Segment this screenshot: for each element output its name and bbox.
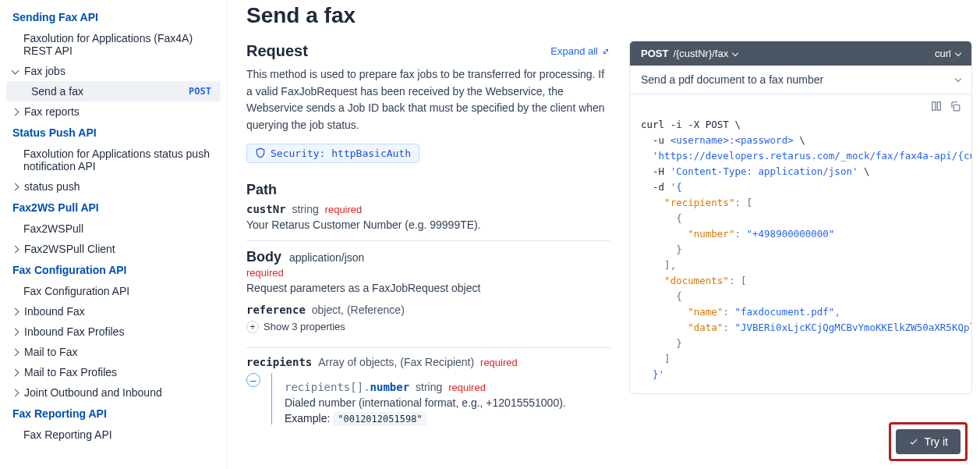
chevron-down-icon (955, 49, 961, 55)
param-name: reference (246, 304, 306, 316)
try-it-highlight: Try it (889, 422, 968, 461)
divider (246, 240, 610, 241)
param-required: required (480, 357, 518, 368)
expand-all-button[interactable]: Expand all (550, 45, 610, 57)
main-content: Send a fax Request Expand all This metho… (228, 0, 629, 469)
code-panel-header: POST /{custNr}/fax curl (630, 41, 971, 66)
body-heading-row: Body application/json (246, 249, 610, 265)
nav-subitem[interactable]: Send a faxPOST (6, 81, 221, 101)
lang-label: curl (935, 48, 951, 59)
nav-item[interactable]: Fax2WSPull Client (3, 239, 224, 259)
plus-icon: + (246, 321, 259, 333)
show-properties-button[interactable]: + Show 3 properties (246, 321, 345, 333)
nested-params: recipients[].number string required Dial… (271, 373, 610, 425)
expand-icon (601, 47, 610, 56)
example-label: Send a pdf document to a fax number (641, 73, 823, 86)
method-badge: POST (189, 86, 211, 97)
nav-item[interactable]: Fax Configuration API (3, 281, 224, 301)
nav-item[interactable]: Joint Outbound and Inbound (3, 382, 224, 403)
param-type: object, (Reference) (312, 304, 405, 316)
http-method: POST (641, 48, 668, 59)
wrap-icon[interactable] (931, 101, 942, 114)
param-desc: Dialed number (international format, e.g… (285, 396, 610, 409)
show-props-label: Show 3 properties (264, 321, 345, 332)
path-heading: Path (246, 182, 610, 198)
param-type: string (292, 203, 318, 215)
example-row: Example: "0012012051598" (285, 412, 610, 425)
nav-section-title[interactable]: Sending Fax API (3, 6, 224, 28)
path-param-row: custNr string required (246, 203, 610, 215)
param-type: string (416, 381, 442, 393)
param-name: recipients (246, 356, 312, 368)
param-required: required (448, 382, 486, 393)
svg-rect-2 (953, 105, 960, 111)
rocket-icon (908, 436, 919, 447)
shield-icon (255, 147, 266, 158)
expand-all-label: Expand all (550, 45, 598, 57)
nav-item[interactable]: Fax Reporting API (3, 425, 224, 445)
nav-section-title[interactable]: Fax2WS Pull API (3, 197, 224, 219)
nav-item[interactable]: Fax jobs (3, 61, 224, 81)
code-sample-panel: POST /{custNr}/fax curl Send a pdf docum… (629, 0, 980, 469)
nav-section-title[interactable]: Fax Configuration API (3, 259, 224, 281)
svg-rect-0 (932, 102, 936, 111)
sidebar-nav: Sending Fax APIFaxolution for Applicatio… (0, 0, 228, 469)
body-desc: Request parameters as a FaxJobRequest ob… (246, 282, 610, 294)
collapse-icon[interactable]: – (246, 373, 260, 387)
endpoint-path: /{custNr}/fax (673, 48, 728, 59)
nav-section-title[interactable]: Fax Reporting API (3, 403, 224, 425)
page-title: Send a fax (246, 3, 610, 28)
example-label: Example: (285, 412, 330, 425)
param-name: custNr (246, 203, 286, 215)
nav-item[interactable]: Faxolution for Applications status push … (3, 144, 224, 176)
body-required: required (246, 267, 610, 279)
reference-row: reference object, (Reference) (246, 304, 610, 316)
request-heading: Request (246, 42, 308, 60)
nav-section-title[interactable]: Status Push API (3, 122, 224, 144)
param-name: recipients[].number (285, 381, 409, 393)
language-selector[interactable]: curl (935, 48, 961, 59)
recipients-row: recipients Array of objects, (Fax Recipi… (246, 356, 610, 368)
param-desc: Your Retarus Customer Number (e.g. 99999… (246, 219, 610, 231)
nav-item[interactable]: Mail to Fax (3, 342, 224, 362)
nav-item[interactable]: Inbound Fax Profiles (3, 322, 224, 342)
divider (246, 347, 610, 348)
copy-icon[interactable] (950, 101, 961, 114)
request-description: This method is used to prepare fax jobs … (246, 66, 610, 134)
nav-item[interactable]: Mail to Fax Profiles (3, 362, 224, 382)
try-it-label: Try it (924, 435, 948, 448)
param-type: Array of objects, (Fax Recipient) (318, 356, 474, 368)
chevron-down-icon (955, 76, 961, 82)
nav-item[interactable]: status push (3, 176, 224, 197)
nav-item[interactable]: Inbound Fax (3, 301, 224, 322)
nav-item[interactable]: Faxolution for Applications (Fax4A) REST… (3, 28, 224, 61)
example-selector[interactable]: Send a pdf document to a fax number (630, 66, 971, 94)
security-label: Security: (271, 147, 325, 159)
nav-item[interactable]: Fax reports (3, 101, 224, 122)
try-it-button[interactable]: Try it (896, 429, 961, 454)
security-value: httpBasicAuth (331, 147, 411, 159)
code-block[interactable]: curl -i -X POST \ -u <username>:<passwor… (630, 114, 971, 393)
svg-rect-1 (937, 102, 940, 111)
nav-item[interactable]: Fax2WSPull (3, 219, 224, 239)
param-required: required (325, 204, 363, 215)
body-heading: Body (246, 249, 281, 265)
security-badge[interactable]: Security: httpBasicAuth (246, 144, 419, 163)
body-media-type: application/json (289, 251, 365, 264)
chevron-down-icon[interactable] (732, 49, 738, 55)
example-value: "0012012051598" (333, 412, 426, 426)
